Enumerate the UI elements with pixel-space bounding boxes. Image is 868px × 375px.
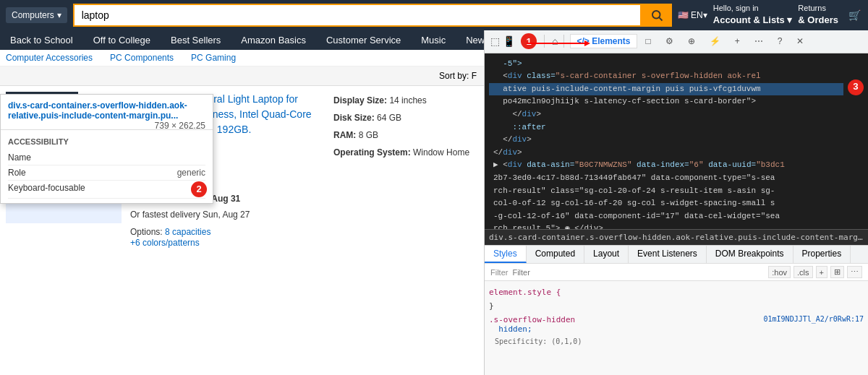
search-button[interactable] <box>642 4 672 27</box>
nav-item-back-to-school[interactable]: Back to School <box>6 32 77 48</box>
code-line: -g-col-12-of-16" data-component-id="17" … <box>489 210 864 223</box>
network-tab[interactable]: □ <box>640 35 657 48</box>
styles-body: element.style { } .s-overflow-hidden 01m… <box>485 281 868 375</box>
nav-item-best-sellers[interactable]: Best Sellers <box>166 32 225 48</box>
returns-main: & Orders <box>798 14 838 27</box>
element-style-rule: element.style { <box>489 285 864 299</box>
style-selector: element.style { <box>489 288 561 297</box>
element-size: 739 × 262.25 <box>155 121 205 131</box>
filter-bar: Filter :hov .cls + ⊞ ⋯ <box>485 264 868 281</box>
filter-buttons: :hov .cls + ⊞ ⋯ <box>768 266 862 278</box>
annotation-circle-2: 2 <box>191 181 207 197</box>
nav-item-customer-service[interactable]: Customer Service <box>322 32 405 48</box>
add-style-btn[interactable]: + <box>816 266 827 278</box>
code-section-1: -5"> <div class="s-card-container s-over… <box>489 58 864 160</box>
rule-link[interactable]: 01mI9NDJJTl_A2/r0RwR:17 <box>764 315 864 323</box>
devtools-panel: ⬚ 📱 1 ⌂ </> Elements □ ⚙ ⊕ ⚡ + ⋯ ? ✕ <box>485 30 868 375</box>
style-close-brace: } <box>489 301 494 311</box>
subnav-pc-components[interactable]: PC Components <box>110 53 174 63</box>
subnav-computer-accessories[interactable]: Computer Accessories <box>6 53 93 63</box>
code-line: po42mcln9ojhiijk s-latency-cf-section s-… <box>489 95 843 108</box>
performance-tab[interactable]: ⚡ <box>704 35 726 48</box>
flag-icon: 🇺🇸 <box>678 10 689 20</box>
cursor-icon[interactable]: ⬚ <box>490 35 500 47</box>
options-label: Options: <box>130 227 163 237</box>
style-property: hidden; <box>489 324 532 334</box>
dropdown-arrow-icon: ▾ <box>57 10 61 20</box>
add-tab-icon[interactable]: + <box>729 35 746 48</box>
wifi-icon[interactable]: ⊕ <box>682 35 701 48</box>
accessibility-row-keyboard: Keyboard-focusable ⊘ <box>8 181 205 199</box>
row-label: Keyboard-focusable <box>8 183 85 196</box>
filter-input[interactable] <box>512 268 764 277</box>
overflow-selector: .s-overflow-hidden <box>489 315 575 324</box>
nav-item-new-releases[interactable]: New Relea <box>461 32 484 48</box>
code-line: </div> <box>489 134 843 147</box>
filter-label: Filter <box>490 268 508 277</box>
code-line: 2b7-3ed0-4c17-b88d-713449fab647" data-co… <box>489 172 864 185</box>
amazon-panel: Back to School Off to College Best Selle… <box>0 30 485 375</box>
breadcrumb-bar[interactable]: div.s-card-container.s-overflow-hidden.a… <box>485 229 868 245</box>
styles-panel: Styles Computed Layout Event Listeners D… <box>485 245 868 375</box>
help-icon[interactable]: ? <box>772 35 788 48</box>
code-line: </div> <box>489 108 843 121</box>
cart-icon[interactable]: 🛒 <box>847 8 862 22</box>
account-main: Account & Lists ▾ <box>713 14 793 27</box>
autocomplete-link[interactable]: div.s-card-container.s-overflow-hidden.a… <box>8 100 187 121</box>
account-menu[interactable]: Hello, sign in Account & Lists ▾ <box>713 3 793 27</box>
tab-properties[interactable]: Properties <box>793 246 851 263</box>
annotation-arrow <box>527 40 590 46</box>
options-row: Options: 8 capacities <box>130 227 325 237</box>
account-hello: Hello, sign in <box>713 3 793 14</box>
mobile-icon[interactable]: 📱 <box>503 35 515 47</box>
code-line: rch_result_5"> ◉ </div> <box>489 223 864 229</box>
toggle-btn[interactable]: ⊞ <box>830 266 844 278</box>
nav-item-amazon-basics[interactable]: Amazon Basics <box>237 32 310 48</box>
overflow-rule: .s-overflow-hidden 01mI9NDJJTl_A2/r0RwR:… <box>489 313 864 336</box>
annotation-circle-3: 3 <box>848 79 864 95</box>
cls-button[interactable]: .cls <box>793 266 813 278</box>
subnav: Computer Accessories PC Components PC Ga… <box>0 50 484 66</box>
nav-item-music[interactable]: Music <box>417 32 450 48</box>
category-label: Computers <box>12 10 54 20</box>
code-line: ::after <box>489 121 843 134</box>
autocomplete-dropdown: div.s-card-container.s-overflow-hidden.a… <box>0 94 213 204</box>
devtools-toolbar: ⬚ 📱 1 ⌂ </> Elements □ ⚙ ⊕ ⚡ + ⋯ ? ✕ <box>485 30 868 53</box>
accessibility-title: ACCESSIBILITY <box>8 137 205 146</box>
tab-styles[interactable]: Styles <box>485 246 527 263</box>
more-btn[interactable]: ⋯ <box>847 266 862 278</box>
returns-menu[interactable]: Returns & Orders <box>798 3 838 27</box>
spec-row: Display Size: 14 inches <box>333 92 478 109</box>
svg-point-0 <box>652 11 660 19</box>
autocomplete-item[interactable]: div.s-card-container.s-overflow-hidden.a… <box>1 95 213 126</box>
main-content: Back to School Off to College Best Selle… <box>0 30 868 375</box>
tab-event-listeners[interactable]: Event Listeners <box>629 246 707 263</box>
toolbar-icons: 🛒 <box>847 8 862 22</box>
code-line: </div> <box>489 147 843 160</box>
close-icon[interactable]: ✕ <box>791 35 809 48</box>
top-bar: Computers ▾ 🇺🇸 EN▾ Hello, sign in Accoun… <box>0 0 868 30</box>
language-selector[interactable]: 🇺🇸 EN▾ <box>678 10 707 20</box>
hov-button[interactable]: :hov <box>768 266 791 278</box>
spec-row: Disk Size: 64 GB <box>333 109 478 126</box>
options-value[interactable]: 8 capacities <box>165 227 210 237</box>
styles-tabs: Styles Computed Layout Event Listeners D… <box>485 246 868 264</box>
code-line: ▶ <div data-asin="B0C7NMWZNS" data-index… <box>489 159 864 172</box>
console-tab[interactable]: ⚙ <box>660 35 679 48</box>
tab-dom-breakpoints[interactable]: DOM Breakpoints <box>707 246 793 263</box>
tab-computed[interactable]: Computed <box>527 246 584 263</box>
more-colors-link[interactable]: +6 colors/patterns <box>130 238 200 248</box>
settings-icon[interactable]: ⋯ <box>749 35 769 48</box>
subnav-pc-gaming[interactable]: PC Gaming <box>191 53 236 63</box>
style-close: } <box>489 299 864 313</box>
product-specs: Display Size: 14 inches Disk Size: 64 GB… <box>333 92 478 249</box>
search-input[interactable] <box>73 4 642 27</box>
nav-item-off-to-college[interactable]: Off to College <box>89 32 155 48</box>
devtools-code-area: -5"> <div class="s-card-container s-over… <box>485 53 868 229</box>
category-selector[interactable]: Computers ▾ <box>6 7 67 23</box>
row-label: Role <box>8 168 26 178</box>
code-line: <div class="s-card-container s-overflow-… <box>489 70 843 83</box>
sort-label: Sort by: F <box>439 71 477 81</box>
row-value: generic <box>177 168 205 178</box>
tab-layout[interactable]: Layout <box>584 246 629 263</box>
